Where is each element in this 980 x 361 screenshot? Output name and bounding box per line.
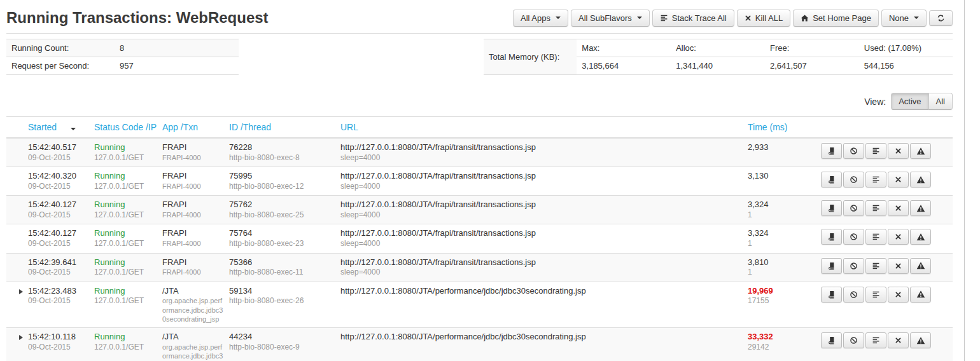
all-apps-button[interactable]: All Apps [513, 10, 568, 27]
kill-button[interactable] [888, 229, 909, 245]
warning-triangle-icon [916, 175, 925, 184]
row-id: 59134 [229, 285, 335, 297]
kill-button[interactable] [888, 172, 909, 187]
kill-button[interactable] [888, 287, 909, 303]
stack-trace-button[interactable] [865, 229, 886, 245]
refresh-icon [937, 14, 945, 22]
row-actions [821, 228, 931, 245]
row-ip-method: 127.0.0.1/GET [94, 268, 157, 278]
warning-button[interactable] [910, 229, 931, 245]
row-started-date: 09-Oct-2015 [28, 239, 89, 249]
kill-x-icon [895, 337, 902, 344]
stack-trace-all-label: Stack Trace All [672, 13, 727, 23]
row-app: FRAPI [162, 228, 224, 239]
ban-button[interactable] [843, 287, 864, 303]
home-icon [801, 14, 809, 22]
row-time: 3,324 [748, 228, 816, 239]
row-time-sub: 1 [748, 268, 816, 278]
row-ip-method: 127.0.0.1/GET [94, 343, 157, 353]
column-header-id[interactable]: ID /Thread [229, 117, 340, 139]
book-button[interactable] [821, 143, 842, 159]
row-started-date: 09-Oct-2015 [28, 182, 89, 192]
stack-trace-icon [660, 14, 668, 22]
stack-trace-icon [872, 336, 880, 344]
kill-button[interactable] [888, 143, 909, 159]
book-button[interactable] [821, 332, 842, 348]
kill-button[interactable] [888, 332, 909, 348]
ban-circle-icon [850, 233, 858, 241]
row-txn: org.apache.jsp.performance.jdbc.jdbc30se… [162, 296, 224, 324]
page-container: Running Transactions: WebRequest All App… [6, 0, 953, 361]
expand-row-icon[interactable] [19, 335, 23, 340]
book-button[interactable] [821, 258, 842, 274]
table-row: 15:42:40.320 09-Oct-2015 Running 127.0.0… [6, 167, 953, 196]
ban-button[interactable] [843, 258, 864, 274]
warning-button[interactable] [910, 143, 931, 159]
ban-button[interactable] [843, 200, 864, 216]
stack-trace-all-button[interactable]: Stack Trace All [652, 10, 734, 27]
column-header-actions [821, 117, 953, 139]
row-status: Running [94, 331, 157, 343]
scrollbar-track[interactable] [964, 0, 965, 361]
stack-trace-button[interactable] [865, 143, 886, 159]
row-txn: FRAPI-4000 [162, 239, 224, 248]
ban-button[interactable] [843, 172, 864, 187]
row-status: Running [94, 170, 157, 182]
stack-trace-button[interactable] [865, 332, 886, 348]
warning-button[interactable] [910, 287, 931, 303]
set-home-page-button[interactable]: Set Home Page [793, 10, 879, 27]
memory-max-value: 3,185,664 [577, 57, 671, 75]
warning-button[interactable] [910, 172, 931, 187]
row-started-date: 09-Oct-2015 [28, 268, 89, 278]
all-apps-label: All Apps [521, 13, 550, 23]
page-header: Running Transactions: WebRequest All App… [6, 0, 953, 34]
rps-label: Request per Second: [6, 57, 115, 75]
kill-all-button[interactable]: Kill ALL [737, 10, 790, 27]
expand-row-icon[interactable] [19, 289, 23, 294]
warning-button[interactable] [910, 258, 931, 274]
ban-button[interactable] [843, 143, 864, 159]
stack-trace-icon [872, 204, 880, 212]
warning-button[interactable] [910, 200, 931, 216]
ban-button[interactable] [843, 332, 864, 348]
row-txn: org.apache.jsp.performance.jdbc.jdbc30se… [162, 343, 224, 361]
none-dropdown-button[interactable]: None [881, 10, 927, 27]
row-started-time: 15:42:40.320 [28, 170, 89, 182]
transactions-table: Started Status Code /IP App /Txn ID /Thr… [6, 116, 953, 361]
kill-all-label: Kill ALL [755, 13, 783, 23]
row-started-time: 15:42:23.483 [28, 285, 89, 297]
stack-trace-button[interactable] [865, 200, 886, 216]
stack-trace-button[interactable] [865, 287, 886, 303]
all-subflavors-button[interactable]: All SubFlavors [571, 10, 650, 27]
book-button[interactable] [821, 172, 842, 187]
column-header-app[interactable]: App /Txn [162, 117, 229, 139]
warning-button[interactable] [910, 332, 931, 348]
stack-trace-button[interactable] [865, 258, 886, 274]
refresh-button[interactable] [929, 10, 953, 26]
row-id: 76228 [229, 142, 335, 153]
kill-button[interactable] [888, 258, 909, 274]
table-row: 15:42:40.127 09-Oct-2015 Running 127.0.0… [6, 224, 953, 253]
row-ip-method: 127.0.0.1/GET [94, 239, 157, 249]
warning-triangle-icon [916, 261, 925, 270]
row-started-date: 09-Oct-2015 [28, 210, 89, 221]
kill-button[interactable] [888, 200, 909, 216]
view-all-button[interactable]: All [928, 93, 953, 110]
row-thread: http-bio-8080-exec-25 [229, 210, 335, 221]
column-header-time[interactable]: Time (ms) [748, 117, 821, 139]
column-header-url[interactable]: URL [340, 117, 748, 139]
row-thread: http-bio-8080-exec-8 [229, 153, 335, 163]
ban-button[interactable] [843, 229, 864, 245]
row-status: Running [94, 142, 157, 153]
column-header-started[interactable]: Started [6, 117, 94, 139]
view-active-button[interactable]: Active [891, 93, 928, 110]
book-button[interactable] [821, 229, 842, 245]
column-header-status[interactable]: Status Code /IP [94, 117, 162, 139]
row-thread: http-bio-8080-exec-26 [229, 296, 335, 306]
kill-x-icon [895, 262, 902, 269]
stack-trace-button[interactable] [865, 172, 886, 187]
row-started-date: 09-Oct-2015 [28, 296, 89, 306]
book-button[interactable] [821, 200, 842, 216]
book-button[interactable] [821, 287, 842, 303]
row-app: /JTA [162, 285, 224, 297]
